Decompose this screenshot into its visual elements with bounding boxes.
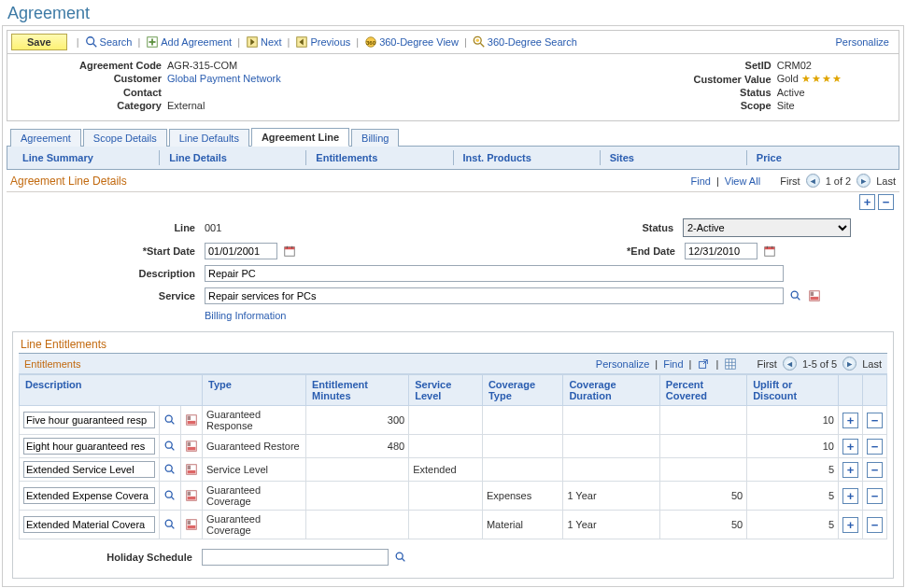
entitlement-description-input[interactable] <box>23 516 155 533</box>
tab-billing[interactable]: Billing <box>351 129 399 147</box>
entitlement-description-input[interactable] <box>23 438 155 455</box>
360-search-link[interactable]: 360-Degree Search <box>473 35 577 49</box>
grid-view-icon[interactable] <box>724 357 737 371</box>
subtab-sites[interactable]: Sites <box>600 150 746 165</box>
next-link[interactable]: Next <box>246 35 282 49</box>
related-actions-icon[interactable] <box>185 518 198 531</box>
col-service-level[interactable]: Service Level <box>409 375 483 406</box>
grid-personalize-link[interactable]: Personalize <box>596 358 649 370</box>
lookup-icon[interactable] <box>163 440 177 453</box>
prev-arrow-button[interactable]: ◄ <box>806 174 820 188</box>
row-delete-button[interactable]: − <box>867 462 883 478</box>
coverage-type-value: Expenses <box>482 482 562 511</box>
entitlement-description-input[interactable] <box>23 487 155 504</box>
entitlement-description-input[interactable] <box>23 461 155 478</box>
popout-icon[interactable] <box>697 357 710 371</box>
row-add-button[interactable]: + <box>842 517 858 533</box>
related-actions-icon[interactable] <box>808 289 821 302</box>
col-description[interactable]: Description <box>20 375 203 406</box>
col-uplift-discount[interactable]: Uplift or Discount <box>747 375 839 406</box>
row-delete-button[interactable]: − <box>867 439 883 455</box>
row-delete-button[interactable]: − <box>867 517 883 533</box>
lookup-icon[interactable] <box>163 413 177 427</box>
subtab-line-details[interactable]: Line Details <box>159 150 305 165</box>
col-coverage-duration[interactable]: Coverage Duration <box>563 375 659 406</box>
start-date-input[interactable] <box>205 243 277 259</box>
primary-tabs: Agreement Scope Details Line Defaults Ag… <box>7 127 899 147</box>
grid-next-arrow-button[interactable]: ► <box>842 357 856 371</box>
entitlement-minutes-value <box>306 482 409 511</box>
tab-agreement-line[interactable]: Agreement Line <box>251 128 349 147</box>
save-button[interactable]: Save <box>11 34 67 50</box>
lookup-icon[interactable] <box>163 518 177 531</box>
scope-value: Site <box>777 100 842 111</box>
grid-find-link[interactable]: Find <box>663 358 683 370</box>
section-titlebar: Agreement Line Details Find | View All F… <box>7 170 899 192</box>
entitlement-description-input[interactable] <box>23 412 155 428</box>
search-icon <box>85 35 98 49</box>
search-label: Search <box>100 36 133 48</box>
add-agreement-link[interactable]: Add Agreement <box>146 35 232 49</box>
uplift-discount-value: 5 <box>747 482 839 511</box>
table-row: Guaranteed Restore48010+− <box>20 435 887 458</box>
row-add-button[interactable]: + <box>842 413 858 428</box>
end-date-input[interactable] <box>685 243 757 259</box>
row-add-button[interactable]: + <box>842 462 858 478</box>
related-actions-icon[interactable] <box>185 463 198 476</box>
toolbar: Save | Search | Add Agreement | Next | P… <box>7 30 899 54</box>
description-input[interactable] <box>205 265 784 282</box>
setid-value: CRM02 <box>777 60 842 71</box>
page-title: Agreement <box>2 2 904 25</box>
col-ent-minutes[interactable]: Entitlement Minutes <box>306 375 409 406</box>
entitlement-type-value: Service Level <box>203 458 306 482</box>
col-percent-covered[interactable]: Percent Covered <box>659 375 746 406</box>
subtab-price[interactable]: Price <box>746 150 893 165</box>
line-status-select[interactable]: 2-Active <box>683 218 851 237</box>
row-delete-button[interactable]: − <box>867 413 883 428</box>
calendar-icon[interactable] <box>763 245 776 258</box>
add-row-button[interactable]: + <box>859 194 875 210</box>
service-label: Service <box>12 290 199 301</box>
tab-agreement[interactable]: Agreement <box>10 129 81 147</box>
lookup-icon[interactable] <box>789 289 802 302</box>
search-link[interactable]: Search <box>85 35 133 49</box>
find-link[interactable]: Find <box>691 175 711 187</box>
personalize-link[interactable]: Personalize <box>830 36 895 48</box>
lookup-icon[interactable] <box>163 489 177 502</box>
tab-scope-details[interactable]: Scope Details <box>83 129 167 147</box>
customer-label: Customer <box>17 73 162 84</box>
col-type[interactable]: Type <box>203 375 306 406</box>
entitlements-grid-title: Entitlements <box>24 358 81 370</box>
delete-row-button[interactable]: − <box>878 194 894 210</box>
calendar-icon[interactable] <box>283 245 296 258</box>
lookup-icon[interactable] <box>163 463 177 476</box>
row-delete-button[interactable]: − <box>867 488 883 504</box>
entitlement-minutes-value <box>306 458 409 482</box>
subtab-inst-products[interactable]: Inst. Products <box>453 150 600 165</box>
360-view-link[interactable]: 360-Degree View <box>364 35 459 49</box>
col-coverage-type[interactable]: Coverage Type <box>482 375 562 406</box>
coverage-type-value <box>482 458 562 482</box>
grid-prev-arrow-button[interactable]: ◄ <box>783 357 797 371</box>
next-arrow-button[interactable]: ► <box>856 174 871 188</box>
holiday-schedule-input[interactable] <box>202 549 389 566</box>
service-input[interactable] <box>205 287 784 304</box>
subtab-line-summary[interactable]: Line Summary <box>13 150 159 165</box>
customer-link[interactable]: Global Payment Network <box>167 73 281 84</box>
row-add-button[interactable]: + <box>842 488 858 504</box>
view-all-link[interactable]: View All <box>725 175 760 187</box>
pager-text: 1 of 2 <box>826 175 852 187</box>
line-entitlements-box: Line Entitlements Entitlements Personali… <box>12 331 894 579</box>
entitlement-type-value: Guaranteed Restore <box>203 435 306 458</box>
billing-information-link[interactable]: Billing Information <box>205 310 286 321</box>
tab-line-defaults[interactable]: Line Defaults <box>169 129 249 147</box>
row-add-button[interactable]: + <box>842 439 858 455</box>
related-actions-icon[interactable] <box>185 440 198 453</box>
lookup-icon[interactable] <box>394 551 407 564</box>
service-level-value <box>409 511 483 539</box>
related-actions-icon[interactable] <box>185 489 198 502</box>
add-agreement-label: Add Agreement <box>161 36 232 48</box>
related-actions-icon[interactable] <box>185 413 198 427</box>
previous-link[interactable]: Previous <box>295 35 350 49</box>
subtab-entitlements[interactable]: Entitlements <box>305 150 452 165</box>
